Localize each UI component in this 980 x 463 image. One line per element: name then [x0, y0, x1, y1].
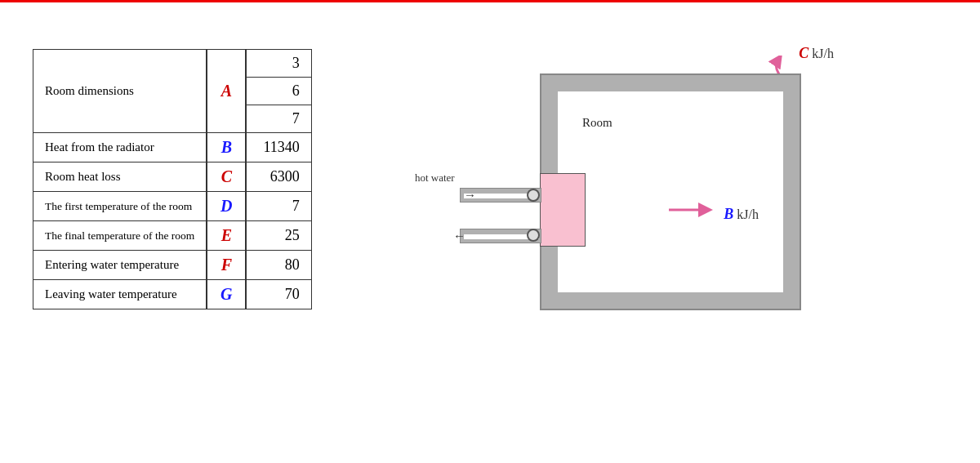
pipe-enter-circle [527, 189, 540, 202]
room-heat-loss-value: 6300 [246, 162, 311, 192]
first-temp-letter: D [207, 192, 246, 221]
table-row: Entering water temperature F 80 [33, 251, 312, 280]
room-heat-loss-letter: C [207, 162, 246, 192]
b-unit: kJ/h [737, 207, 759, 221]
heat-radiator-label: Heat from the radiator [33, 133, 207, 162]
b-label: B kJ/h [724, 206, 759, 223]
room-dimensions-letter: A [207, 50, 246, 133]
entering-water-label: Entering water temperature [33, 251, 207, 280]
final-temp-label: The final temperature of the room [33, 221, 207, 251]
heat-radiator-value: 11340 [246, 133, 311, 162]
room-dim-value-2: 6 [246, 78, 311, 105]
table-row: The final temperature of the room E 25 [33, 221, 312, 251]
first-temp-label: The first temperature of the room [33, 192, 207, 221]
table-row: Leaving water temperature G 70 [33, 280, 312, 309]
room-inner-area: Room B kJ/h [558, 91, 783, 292]
table-row: Room dimensions A 3 [33, 50, 312, 78]
room-heat-loss-label: Room heat loss [33, 162, 207, 192]
diagram-section: C kJ/h Room [377, 41, 947, 351]
final-temp-value: 25 [246, 221, 311, 251]
b-arrow [665, 194, 714, 229]
leaving-water-label: Leaving water temperature [33, 280, 207, 309]
leave-arrow: ← [453, 229, 466, 243]
leaving-water-value: 70 [246, 280, 311, 309]
room-dim-value-3: 7 [246, 105, 311, 133]
enter-arrow: → [464, 189, 476, 203]
entering-water-value: 80 [246, 251, 311, 280]
table-row: Heat from the radiator B 11340 [33, 133, 312, 162]
leaving-water-letter: G [207, 280, 246, 309]
hot-water-label: hot water [415, 171, 455, 185]
first-temp-value: 7 [246, 192, 311, 221]
entering-water-letter: F [207, 251, 246, 280]
table-section: Room dimensions A 3 6 7 Heat from the ra… [33, 49, 312, 309]
heat-radiator-letter: B [207, 133, 246, 162]
room-dimensions-label: Room dimensions [33, 50, 207, 133]
room-label: Room [582, 116, 612, 130]
table-row: Room heat loss C 6300 [33, 162, 312, 192]
top-border-line [0, 0, 980, 2]
final-temp-letter: E [207, 221, 246, 251]
c-label: C kJ/h [799, 45, 834, 62]
heat-table: Room dimensions A 3 6 7 Heat from the ra… [33, 49, 312, 309]
diagram-wrapper: C kJ/h Room [474, 41, 850, 351]
room-dim-value-1: 3 [246, 50, 311, 78]
pipe-leave-circle [527, 229, 540, 242]
room-outer-box: Room B kJ/h [540, 73, 801, 310]
table-row: The first temperature of the room D 7 [33, 192, 312, 221]
b-letter: B [724, 206, 733, 222]
main-container: Room dimensions A 3 6 7 Heat from the ra… [0, 0, 980, 367]
radiator [540, 173, 586, 247]
